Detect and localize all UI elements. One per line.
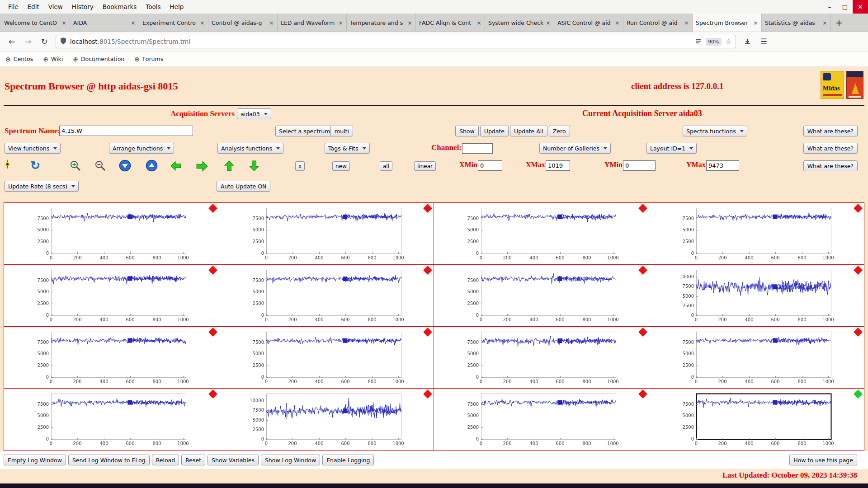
spectrum-plot-cell-6[interactable] xyxy=(219,265,434,327)
update-button[interactable]: Update xyxy=(480,126,509,136)
tab-close-icon[interactable]: × xyxy=(200,19,205,26)
spectrum-plot-canvas-2[interactable] xyxy=(219,203,434,264)
auto-update-button[interactable]: Auto Update ON xyxy=(217,181,270,192)
spectrum-plot-cell-12[interactable] xyxy=(649,327,864,389)
tab-temperature-and-s[interactable]: Temperature and s× xyxy=(347,14,416,32)
spectrum-plot-canvas-12[interactable] xyxy=(649,327,863,388)
tab-close-icon[interactable]: × xyxy=(546,19,551,26)
what-are-these-button-2[interactable]: What are these? xyxy=(803,143,858,154)
tab-close-icon[interactable]: × xyxy=(615,19,620,26)
arrow-up-icon[interactable] xyxy=(224,160,235,174)
update-all-button[interactable]: Update All xyxy=(510,126,547,136)
menu-bookmarks[interactable]: Bookmarks xyxy=(98,1,141,12)
tab-close-icon[interactable]: × xyxy=(269,19,274,26)
tab-close-icon[interactable]: × xyxy=(61,19,66,26)
radiation-icon[interactable] xyxy=(7,160,8,169)
arrow-left-icon[interactable] xyxy=(170,160,182,173)
tab-close-icon[interactable]: × xyxy=(684,19,689,26)
xmin-input[interactable] xyxy=(478,160,502,171)
menu-tools[interactable]: Tools xyxy=(141,1,165,12)
number-of-galleries-select[interactable]: Number of Galleries xyxy=(539,143,611,154)
bookmark-wiki[interactable]: ⊕Wiki xyxy=(43,56,63,63)
menu-help[interactable]: Help xyxy=(165,1,189,12)
bookmark-star-icon[interactable]: ☆ xyxy=(726,38,731,46)
show-log-window-button[interactable]: Show Log Window xyxy=(261,455,320,465)
empty-log-window-button[interactable]: Empty Log Window xyxy=(4,455,66,465)
tab-welcome-to-cento[interactable]: Welcome to CentO× xyxy=(1,14,70,32)
tab-fadc-align-cont[interactable]: FADC Align & Cont× xyxy=(416,14,485,32)
view-functions-select[interactable]: View functions xyxy=(5,143,61,154)
menu-view[interactable]: View xyxy=(44,1,67,12)
analysis-functions-select[interactable]: Analysis functions xyxy=(217,143,283,154)
spectrum-plot-cell-8[interactable] xyxy=(649,265,864,327)
tab-control-aidas-g[interactable]: Control @ aidas-g× xyxy=(208,14,278,32)
tags-fits-select[interactable]: Tags & Fits xyxy=(325,143,370,154)
spectrum-plot-cell-3[interactable] xyxy=(434,203,649,265)
spectrum-plot-cell-10[interactable] xyxy=(219,327,434,389)
send-log-window-to-elog-button[interactable]: Send Log Window to ELog xyxy=(68,455,150,465)
spectrum-plot-canvas-4[interactable] xyxy=(649,203,863,264)
spectrum-plot-cell-15[interactable] xyxy=(434,389,649,450)
close-button[interactable]: × xyxy=(853,0,868,14)
tab-close-icon[interactable]: × xyxy=(407,19,412,26)
tab-experiment-contro[interactable]: Experiment Contro× xyxy=(139,14,208,32)
spectrum-plot-cell-9[interactable] xyxy=(4,327,219,389)
how-to-use-button[interactable]: How to use this page xyxy=(789,455,857,465)
spectrum-plot-cell-1[interactable] xyxy=(4,203,219,265)
menu-history[interactable]: History xyxy=(67,1,98,12)
spectrum-plot-cell-7[interactable] xyxy=(434,265,649,327)
tab-system-wide-check[interactable]: System wide Check× xyxy=(485,14,554,32)
arrange-functions-select[interactable]: Arrange functions xyxy=(109,143,174,154)
spectrum-plot-canvas-14[interactable] xyxy=(219,389,434,450)
arrow-right-icon[interactable] xyxy=(195,160,209,174)
spectrum-plot-cell-16[interactable] xyxy=(649,389,864,450)
spectrum-plot-cell-5[interactable] xyxy=(4,265,219,327)
zoom-level-badge[interactable]: 90% xyxy=(706,38,721,46)
spectrum-plot-cell-14[interactable] xyxy=(219,389,434,450)
spectrum-plot-canvas-10[interactable] xyxy=(219,327,434,388)
new-button[interactable]: new xyxy=(332,161,350,171)
tab-asic-control-aid[interactable]: ASIC Control @ aid× xyxy=(554,14,623,32)
bookmark-documentation[interactable]: ⊕Documentation xyxy=(73,56,124,63)
x-button[interactable]: x xyxy=(295,161,305,171)
spectrum-plot-cell-11[interactable] xyxy=(434,327,649,389)
all-button[interactable]: all xyxy=(380,161,392,171)
app-menu-icon[interactable]: ☰ xyxy=(756,35,771,48)
menu-edit[interactable]: Edit xyxy=(23,1,44,12)
spectrum-plot-canvas-13[interactable] xyxy=(4,389,218,450)
spectrum-plot-cell-2[interactable] xyxy=(219,203,434,265)
tab-close-icon[interactable]: × xyxy=(476,19,481,26)
tab-close-icon[interactable]: × xyxy=(131,19,136,26)
bookmark-centos[interactable]: ⊕Centos xyxy=(5,56,33,63)
spectrum-plot-canvas-5[interactable] xyxy=(4,265,218,326)
tab-spectrum-browser[interactable]: Spectrum Browser× xyxy=(693,14,762,32)
zoom-in-icon[interactable] xyxy=(69,160,82,174)
zero-button[interactable]: Zero xyxy=(549,126,570,136)
tab-aida[interactable]: AIDA× xyxy=(70,14,139,32)
what-are-these-button-3[interactable]: What are these? xyxy=(803,160,858,171)
reader-mode-icon[interactable] xyxy=(695,38,702,46)
ymax-input[interactable] xyxy=(706,160,739,171)
spectrum-plot-cell-13[interactable] xyxy=(4,389,219,450)
spectrum-plot-canvas-16[interactable] xyxy=(649,389,863,450)
save-page-icon[interactable] xyxy=(740,35,755,48)
bookmark-forums[interactable]: ⊕Forums xyxy=(134,56,163,63)
layout-id-select[interactable]: Layout ID=1 xyxy=(646,143,697,154)
show-variables-button[interactable]: Show Variables xyxy=(208,455,259,465)
new-tab-button[interactable]: + xyxy=(831,14,847,32)
scroll-up-icon[interactable] xyxy=(146,160,158,174)
arrow-down-icon[interactable] xyxy=(249,160,259,174)
spectrum-plot-cell-4[interactable] xyxy=(649,203,864,265)
ymin-input[interactable] xyxy=(623,160,656,171)
spectrum-name-input[interactable] xyxy=(59,126,193,136)
tab-led-and-waveform[interactable]: LED and Waveform× xyxy=(278,14,347,32)
spectra-functions-select[interactable]: Spectra functions xyxy=(683,126,747,136)
reset-button[interactable]: Reset xyxy=(181,455,205,465)
tab-close-icon[interactable]: × xyxy=(822,19,827,26)
tab-close-icon[interactable]: × xyxy=(338,19,343,26)
zoom-out-icon[interactable] xyxy=(94,160,107,174)
reload-button[interactable]: Reload xyxy=(152,455,179,465)
spectrum-plot-canvas-3[interactable] xyxy=(434,203,648,264)
forward-icon[interactable]: → xyxy=(21,35,35,48)
spectrum-plot-canvas-1[interactable] xyxy=(4,203,218,264)
